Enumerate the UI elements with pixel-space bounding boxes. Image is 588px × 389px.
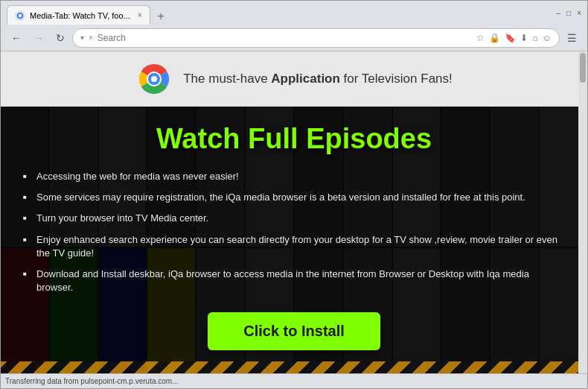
address-icons: ☆ 🔒 🔖 ⬇ ⌂ ☺ xyxy=(476,33,552,43)
header-suffix: for Television Fans! xyxy=(340,72,453,86)
window-controls: – □ × xyxy=(557,9,581,17)
bookmark-icon[interactable]: 🔖 xyxy=(505,33,516,43)
tab-close-icon[interactable]: × xyxy=(138,11,142,19)
header-text: The must-have Application for Television… xyxy=(183,72,453,86)
refresh-button[interactable]: ↻ xyxy=(51,29,69,47)
hero-section: Watch Full Episodes Accessing the web fo… xyxy=(1,107,587,373)
tab-favicon xyxy=(15,10,25,21)
smiley-icon[interactable]: ☺ xyxy=(543,33,552,43)
close-nav-icon[interactable]: × xyxy=(89,34,93,42)
close-window-button[interactable]: × xyxy=(577,9,581,17)
bullet-item-2: Some services may require registration, … xyxy=(23,191,565,204)
title-bar: Media-Tab: Watch TV, foo... × + – □ × xyxy=(1,1,587,25)
status-bar: Transferring data from pulsepoint-cm.p.v… xyxy=(1,373,587,388)
install-button-container: Click to Install xyxy=(23,312,565,350)
nav-bar: ← → ↻ ▾ × ☆ 🔒 🔖 ⬇ ⌂ ☺ ☰ xyxy=(1,25,587,51)
star-icon[interactable]: ☆ xyxy=(476,33,485,43)
hero-content: Watch Full Episodes Accessing the web fo… xyxy=(1,107,587,373)
browser-tab[interactable]: Media-Tab: Watch TV, foo... × xyxy=(7,5,150,25)
address-bar: ▾ × ☆ 🔒 🔖 ⬇ ⌂ ☺ xyxy=(72,28,560,48)
bullet-item-1: Accessing the web for media was never ea… xyxy=(23,170,565,183)
tab-bar: Media-Tab: Watch TV, foo... × + xyxy=(7,1,169,25)
browser-window: Media-Tab: Watch TV, foo... × + – □ × ← … xyxy=(0,0,588,389)
minimize-button[interactable]: – xyxy=(557,9,561,17)
bullet-list: Accessing the web for media was never ea… xyxy=(23,170,565,294)
home-icon[interactable]: ⌂ xyxy=(532,33,537,43)
hero-title: Watch Full Episodes xyxy=(23,123,565,155)
menu-button[interactable]: ☰ xyxy=(563,29,581,47)
header-bold: Application xyxy=(271,72,340,86)
new-tab-button[interactable]: + xyxy=(153,8,169,25)
maximize-button[interactable]: □ xyxy=(566,9,571,17)
svg-point-5 xyxy=(151,76,157,82)
install-button[interactable]: Click to Install xyxy=(208,312,380,350)
bullet-item-3: Turn your browser into TV Media center. xyxy=(23,212,565,225)
header-prefix: The must-have xyxy=(183,72,271,86)
download-icon[interactable]: ⬇ xyxy=(520,33,528,43)
back-button[interactable]: ← xyxy=(7,29,26,47)
tab-title: Media-Tab: Watch TV, foo... xyxy=(30,11,130,20)
page-header: The must-have Application for Television… xyxy=(1,51,587,107)
bullet-item-5: Download and Install deskbar, iQa browse… xyxy=(23,268,565,294)
status-text: Transferring data from pulsepoint-cm.p.v… xyxy=(5,377,179,385)
search-input[interactable] xyxy=(98,33,473,43)
forward-button[interactable]: → xyxy=(29,29,48,47)
svg-point-2 xyxy=(19,13,22,16)
lock-icon[interactable]: 🔒 xyxy=(489,33,500,43)
dropdown-icon[interactable]: ▾ xyxy=(80,34,84,42)
bullet-item-4: Enjoy enhanced search experience you can… xyxy=(23,233,565,260)
page-content: The must-have Application for Television… xyxy=(1,51,587,373)
app-logo xyxy=(135,60,173,98)
scrollbar-thumb[interactable] xyxy=(580,53,586,83)
